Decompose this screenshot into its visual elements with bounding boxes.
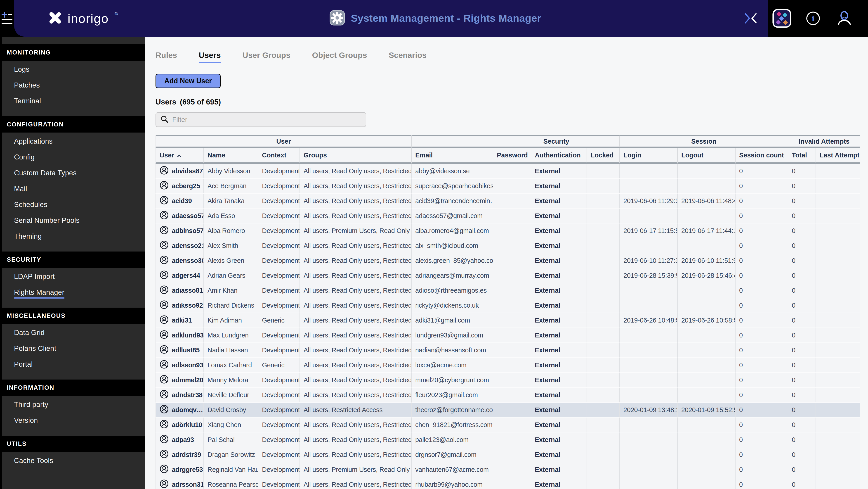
column-header-login[interactable]: Login xyxy=(620,148,678,164)
sidebar-item-config[interactable]: Config xyxy=(0,150,145,166)
sidebar-item-mail[interactable]: Mail xyxy=(0,182,145,198)
cell-total: 0 xyxy=(788,477,816,489)
sidebar-item-third-party[interactable]: Third party xyxy=(0,398,145,413)
column-header-session-count[interactable]: Session count xyxy=(736,148,788,164)
sidebar-item-portal[interactable]: Portal xyxy=(0,357,145,373)
user-cell: adndstr38 xyxy=(160,388,200,402)
cell-name: Alexis Green xyxy=(204,253,258,268)
sidebar-item-schedules[interactable]: Schedules xyxy=(0,198,145,213)
cell-locked xyxy=(587,388,620,403)
cell-authentication: External xyxy=(531,403,587,418)
sidebar-item-ldap-import[interactable]: LDAP Import xyxy=(0,269,145,285)
sidebar-item-theming[interactable]: Theming xyxy=(0,229,145,245)
cell-name: Amir Khan xyxy=(204,283,258,298)
users-count: (695 of 695) xyxy=(180,98,221,106)
table-row[interactable]: adrdstr39Dragan SorowitzDevelopmentAll u… xyxy=(156,448,860,462)
table-row[interactable]: admmel20Manny MeloraDevelopmentAll users… xyxy=(156,373,860,388)
table-row[interactable]: acid39Akira TanakaDevelopmentAll users, … xyxy=(156,194,860,208)
sidebar-section-label: MISCELLANEOUS xyxy=(0,308,145,324)
table-row[interactable]: adgers44Adrian GearsDevelopmentAll users… xyxy=(156,268,860,283)
column-group-user: User xyxy=(156,135,412,148)
tab-object-groups[interactable]: Object Groups xyxy=(312,51,367,63)
cell-authentication: External xyxy=(531,179,587,194)
cell-user: adrdstr39 xyxy=(156,448,204,462)
sidebar-item-logs[interactable]: Logs xyxy=(0,62,145,78)
table-row[interactable]: adomqv…David CrosbyDevelopmentAll users,… xyxy=(156,403,860,418)
sidebar-item-cache-tools[interactable]: Cache Tools xyxy=(0,454,145,469)
cell-last_attempt xyxy=(816,179,860,194)
table-row[interactable]: adiasso81Amir KhanDevelopmentAll users, … xyxy=(156,283,860,298)
user-avatar-icon xyxy=(160,420,168,430)
info-icon[interactable]: i xyxy=(803,7,823,30)
tab-user-groups[interactable]: User Groups xyxy=(243,51,290,63)
table-row[interactable]: adndstr38Neville DefleurDevelopmentAll u… xyxy=(156,388,860,403)
user-cell: adklund93 xyxy=(160,328,200,342)
column-header-total[interactable]: Total xyxy=(788,148,816,164)
cell-login xyxy=(620,432,678,448)
table-row[interactable]: adensso21Alex SmithDevelopmentAll users,… xyxy=(156,238,860,253)
filter-input[interactable] xyxy=(172,116,361,123)
table-row[interactable]: adki31Kim AdimanGenericAll users, Read O… xyxy=(156,313,860,328)
table-row[interactable]: adrggre53Reginald Van HauterDevelopmentA… xyxy=(156,462,860,477)
sidebar-item-polaris-client[interactable]: Polaris Client xyxy=(0,342,145,357)
username-text: adllust85 xyxy=(172,346,199,354)
sidebar-item-version[interactable]: Version xyxy=(0,413,145,429)
column-header-context[interactable]: Context xyxy=(258,148,300,164)
sidebar-item-data-grid[interactable]: Data Grid xyxy=(0,326,145,342)
table-row[interactable]: acberg25Ace BergmanDevelopmentAll users,… xyxy=(156,179,860,194)
cell-locked xyxy=(587,328,620,343)
add-new-user-button[interactable]: Add New User xyxy=(156,74,221,88)
column-header-user[interactable]: User xyxy=(156,148,204,164)
sidebar-item-terminal[interactable]: Terminal xyxy=(0,94,145,110)
column-header-name[interactable]: Name xyxy=(204,148,258,164)
sidebar-section-label: SECURITY xyxy=(0,252,145,268)
sidebar-edge-strip xyxy=(0,37,2,489)
column-header-last-attempt[interactable]: Last Attempt xyxy=(816,148,860,164)
cell-groups: All users, Read Only users, Restricted A… xyxy=(300,298,412,313)
column-header-locked[interactable]: Locked xyxy=(587,148,620,164)
table-row[interactable]: adbinso57Alba RomeroDevelopmentAll users… xyxy=(156,224,860,238)
table-row[interactable]: adörklu10Xiang ChenDevelopmentAll users,… xyxy=(156,418,860,432)
cell-login xyxy=(620,418,678,432)
sidebar-item-applications[interactable]: Applications xyxy=(0,134,145,150)
cell-logout xyxy=(678,238,736,253)
tab-users[interactable]: Users xyxy=(199,51,221,63)
table-row[interactable]: adpa93Pal SchalDevelopmentAll users, Rea… xyxy=(156,432,860,448)
cell-password xyxy=(493,208,531,224)
column-header-authentication[interactable]: Authentication xyxy=(531,148,587,164)
table-row[interactable]: adllust85Nadia HassanDevelopmentAll user… xyxy=(156,343,860,358)
tab-rules[interactable]: Rules xyxy=(156,51,177,63)
apps-grid-icon[interactable] xyxy=(772,7,792,30)
close-icon[interactable] xyxy=(741,7,761,30)
tab-scenarios[interactable]: Scenarios xyxy=(389,51,427,63)
user-cell: adrggre53 xyxy=(160,462,200,477)
cell-authentication: External xyxy=(531,298,587,313)
column-header-groups[interactable]: Groups xyxy=(300,148,412,164)
table-row[interactable]: adiksso92Richard DickensDevelopmentAll u… xyxy=(156,298,860,313)
table-row[interactable]: adlsson93Lomax CarhardGenericAll users, … xyxy=(156,358,860,373)
cell-session_count: 0 xyxy=(736,313,788,328)
menu-toggle-button[interactable] xyxy=(0,0,14,37)
cell-email: alexis.green_85@yahoo.com xyxy=(412,253,493,268)
column-header-password[interactable]: Password xyxy=(493,148,531,164)
column-header-email[interactable]: Email xyxy=(412,148,493,164)
cell-context: Development xyxy=(258,164,300,179)
user-profile-icon[interactable] xyxy=(834,7,855,30)
table-row[interactable]: adrsson31Roseanna PearsonDevelopmentAll … xyxy=(156,477,860,489)
table-row[interactable]: adklund93Max LundgrenDevelopmentAll user… xyxy=(156,328,860,343)
table-row[interactable]: adensso30Alexis GreenDevelopmentAll user… xyxy=(156,253,860,268)
cell-name: Reginald Van Hauter xyxy=(204,462,258,477)
sidebar-item-patches[interactable]: Patches xyxy=(0,78,145,94)
cell-email: rickyty@dickens.co.uk xyxy=(412,298,493,313)
sidebar-item-serial-number-pools[interactable]: Serial Number Pools xyxy=(0,213,145,229)
column-header-logout[interactable]: Logout xyxy=(678,148,736,164)
sidebar-item-rights-manager[interactable]: Rights Manager xyxy=(0,285,145,301)
table-row[interactable]: adaesso57Ada EssoDevelopmentAll users, R… xyxy=(156,208,860,224)
cell-email: adki31@gmail.com xyxy=(412,313,493,328)
cell-user: acid39 xyxy=(156,194,204,208)
sidebar-item-label: Config xyxy=(14,153,35,163)
sidebar-item-custom-data-types[interactable]: Custom Data Types xyxy=(0,166,145,182)
cell-total: 0 xyxy=(788,388,816,403)
cell-password xyxy=(493,343,531,358)
table-row[interactable]: abvidss87Abby VidessonDevelopmentAll use… xyxy=(156,164,860,179)
